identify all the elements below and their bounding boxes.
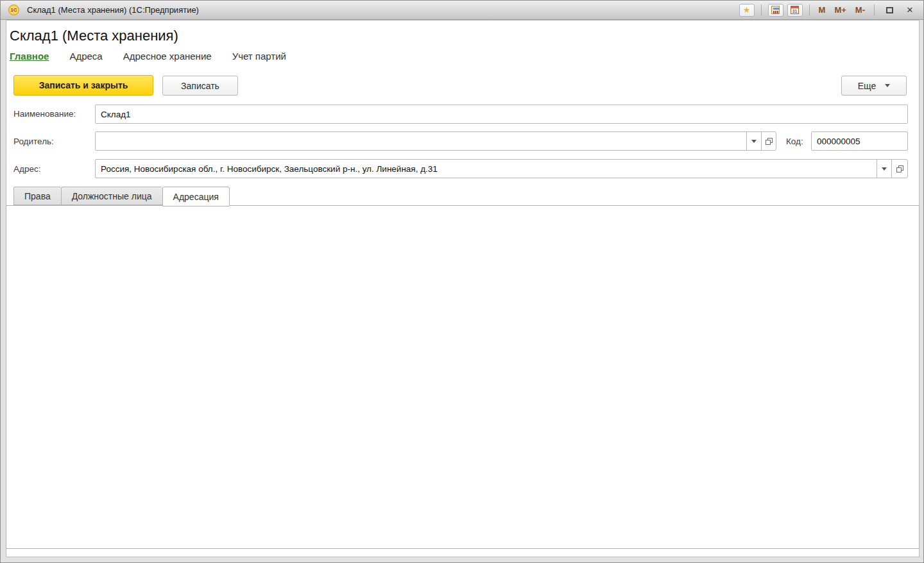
- 1c-logo-icon: 1С: [8, 4, 19, 15]
- nav-link-adresa[interactable]: Адреса: [69, 51, 102, 62]
- tab-strip: Права Должностные лица Адресация: [13, 187, 230, 206]
- titlebar-separator: [874, 4, 875, 16]
- memory-m-minus-button[interactable]: M-: [853, 4, 868, 15]
- calculator-button[interactable]: [768, 4, 783, 17]
- close-button[interactable]: ✕: [902, 4, 918, 17]
- nav-bar: Главное Адреса Адресное хранение Учет па…: [10, 51, 286, 62]
- maximize-button[interactable]: [881, 4, 898, 17]
- more-button-label: Еще: [858, 81, 877, 91]
- parent-open-button[interactable]: [761, 131, 776, 151]
- memory-m-plus-button[interactable]: M+: [832, 4, 848, 15]
- window-title: Склад1 (Места хранения) (1С:Предприятие): [27, 5, 199, 15]
- nav-link-glavnoe[interactable]: Главное: [10, 51, 49, 62]
- tab-panel-adresatsiya: [6, 205, 920, 549]
- name-input[interactable]: Склад1: [95, 105, 908, 124]
- chevron-down-icon: [882, 167, 887, 171]
- name-field-label: Наименование:: [13, 109, 76, 119]
- address-input[interactable]: Россия, Новосибирская обл., г. Новосибир…: [95, 159, 877, 178]
- calendar-button[interactable]: 31: [787, 4, 803, 17]
- star-icon: ★: [743, 6, 751, 14]
- open-icon: [766, 138, 773, 145]
- calendar-icon: 31: [791, 6, 799, 14]
- parent-dropdown-button[interactable]: [746, 131, 762, 151]
- nav-link-adresnoe-hranenie[interactable]: Адресное хранение: [123, 51, 212, 62]
- titlebar-separator: [761, 4, 762, 16]
- titlebar-separator: [809, 4, 810, 16]
- parent-input[interactable]: [95, 131, 747, 151]
- tab-adresatsiya[interactable]: Адресация: [162, 187, 230, 206]
- address-field-label: Адрес:: [13, 164, 40, 174]
- code-input[interactable]: 000000005: [811, 131, 908, 151]
- favorites-button[interactable]: ★: [739, 4, 755, 17]
- chevron-down-icon: [885, 84, 890, 87]
- calculator-icon: [771, 6, 780, 14]
- address-dropdown-button[interactable]: [877, 159, 892, 178]
- maximize-icon: [886, 7, 893, 13]
- parent-field-label: Родитель:: [13, 137, 54, 146]
- chevron-down-icon: [751, 140, 757, 143]
- tab-dolzhnostnye-litsa[interactable]: Должностные лица: [61, 187, 162, 205]
- save-button[interactable]: Записать: [162, 76, 238, 96]
- titlebar: 1С Склад1 (Места хранения) (1С:Предприят…: [1, 1, 923, 20]
- more-button-top[interactable]: Еще: [841, 76, 907, 96]
- app-window: 1С Склад1 (Места хранения) (1С:Предприят…: [0, 0, 924, 563]
- open-icon: [896, 165, 903, 172]
- page-title: Склад1 (Места хранения): [10, 28, 178, 44]
- tab-prava[interactable]: Права: [13, 187, 61, 205]
- code-field-label: Код:: [786, 137, 803, 146]
- save-and-close-button[interactable]: Записать и закрыть: [13, 75, 153, 96]
- nav-link-uchet-partiy[interactable]: Учет партий: [232, 51, 286, 62]
- memory-m-button[interactable]: M: [816, 4, 828, 15]
- close-icon: ✕: [907, 5, 914, 15]
- address-open-button[interactable]: [891, 159, 908, 178]
